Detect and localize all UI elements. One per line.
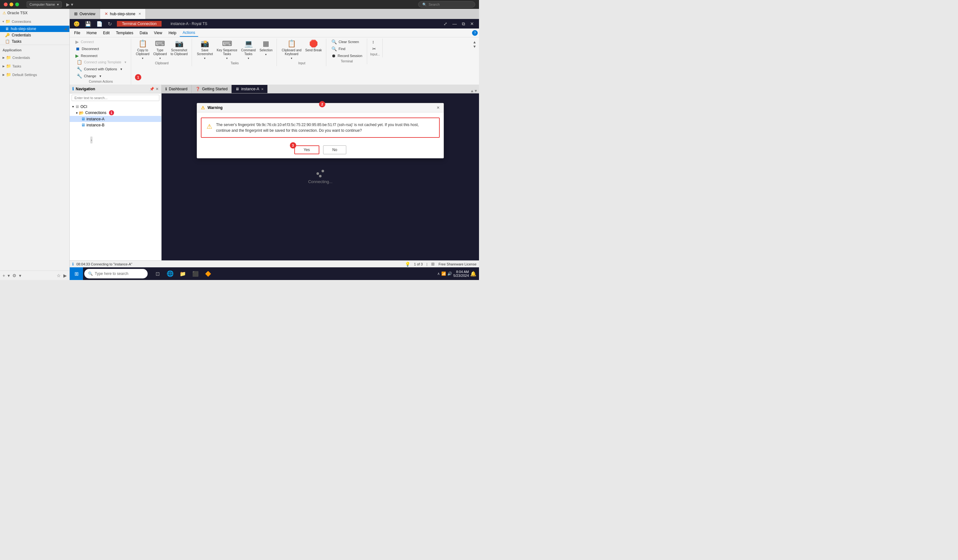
ribbon-more-scissors-btn[interactable]: ✂ bbox=[370, 46, 378, 52]
minimize-term-btn[interactable]: — bbox=[451, 21, 458, 27]
sidebar-item-credentials[interactable]: 🔑 Credentials bbox=[0, 32, 69, 38]
dropdown-icon: ▾ bbox=[142, 57, 144, 60]
tab-close-btn[interactable]: ✕ bbox=[138, 12, 141, 16]
sidebar-item-tasks[interactable]: 📋 Tasks bbox=[0, 38, 69, 44]
minimize-tl[interactable] bbox=[10, 3, 13, 6]
ribbon-find-btn[interactable]: 🔍 Find bbox=[330, 46, 364, 52]
ribbon-selection-btn[interactable]: ▦ Selection ▾ bbox=[258, 39, 274, 57]
restore-term-btn[interactable]: ⧉ bbox=[461, 21, 466, 27]
play-btn[interactable]: ▶ bbox=[66, 2, 70, 7]
nav-tree-instance-b[interactable]: 🖥 instance-B bbox=[70, 122, 161, 128]
dashboard-icon: ℹ bbox=[165, 87, 167, 91]
nav-tree-connections[interactable]: ▾ 📂 Connections 1 bbox=[70, 109, 161, 116]
menu-help[interactable]: Help bbox=[165, 29, 179, 36]
content-tab-instance-a[interactable]: 🖥 instance-A ✕ bbox=[232, 85, 268, 93]
taskbar-icon-edge[interactable]: 🌐 bbox=[164, 267, 176, 280]
ribbon-copy-clipboard-btn[interactable]: 📋 Copy to Clipboard ▾ bbox=[134, 39, 151, 61]
menu-edit[interactable]: Edit bbox=[100, 29, 113, 36]
down-btn[interactable]: ▾ bbox=[7, 273, 11, 279]
computer-name-select[interactable]: Computer Name ▾ bbox=[27, 1, 62, 8]
sidebar-item-hub-step-stone[interactable]: 🖥 hub-step-stone ◀ bbox=[0, 25, 69, 32]
add-btn[interactable]: + bbox=[2, 273, 6, 279]
nav-tree-oci[interactable]: ▾ 🖥 OCI bbox=[70, 103, 161, 109]
windows-btn[interactable]: ⊞ bbox=[70, 267, 83, 280]
menu-file[interactable]: File bbox=[71, 29, 83, 36]
nav-tree-instance-a[interactable]: 🖥 instance-A bbox=[70, 116, 161, 122]
sidebar-connections-group[interactable]: ▾ 📁 Connections bbox=[0, 17, 69, 25]
sidebar-default-settings[interactable]: ▶ 📁 Default Settings bbox=[3, 70, 67, 79]
ribbon-clear-screen-btn[interactable]: 🔍 Clear Screen bbox=[330, 39, 364, 45]
tab-overview[interactable]: ⊞ Overview bbox=[70, 9, 100, 19]
ribbon-send-break-btn[interactable]: 🛑 Send Break bbox=[304, 39, 324, 53]
collapse-down-icon[interactable]: ▼ bbox=[473, 44, 476, 49]
scissors-icon: ✂ bbox=[372, 46, 376, 51]
menu-home[interactable]: Home bbox=[83, 29, 100, 36]
menu-templates[interactable]: Templates bbox=[113, 29, 136, 36]
ribbon-more-arrows-btn[interactable]: ↕ bbox=[370, 39, 378, 45]
ribbon-key-sequence-btn[interactable]: ⌨ Key Sequence Tasks ▾ bbox=[215, 39, 239, 61]
expand-panel-btn[interactable]: › bbox=[90, 136, 92, 143]
ribbon-screenshot-btn[interactable]: 📷 Screenshot to Clipboard bbox=[169, 39, 189, 57]
warning-body-icon: ⚠ bbox=[206, 122, 212, 130]
taskbar-search[interactable]: 🔍 Type here to search bbox=[84, 269, 148, 278]
content-tab-dashboard[interactable]: ℹ Dashboard bbox=[162, 85, 192, 93]
ribbon-record-session-btn[interactable]: ⏺ Record Session bbox=[330, 52, 364, 59]
taskbar-icon-app[interactable]: 🔶 bbox=[202, 267, 214, 280]
help-btn[interactable]: ? bbox=[472, 30, 478, 36]
ribbon-type-clipboard-btn[interactable]: ⌨ Type Clipboard ▾ bbox=[152, 39, 168, 61]
tasks-title: Tasks bbox=[195, 61, 274, 65]
content-tab-getting-started[interactable]: ❓ Getting Started bbox=[192, 85, 232, 93]
menu-actions[interactable]: Actions bbox=[179, 29, 198, 37]
close-tl[interactable] bbox=[4, 3, 8, 6]
ribbon-terminal: 🔍 Clear Screen 🔍 Find ⏺ Record Session T… bbox=[327, 39, 367, 64]
star-btn[interactable]: ☆ bbox=[56, 273, 62, 279]
user-icon: 😊 bbox=[73, 21, 80, 27]
tab-scroll-down-icon[interactable]: ▼ bbox=[474, 89, 478, 93]
menu-view[interactable]: View bbox=[151, 29, 165, 36]
ribbon-disconnect-btn[interactable]: ⏹ Disconnect bbox=[73, 46, 101, 52]
wrench-icon: 🔧 bbox=[77, 67, 82, 71]
credentials-icon: 🔑 bbox=[5, 33, 10, 37]
menu-data[interactable]: Data bbox=[136, 29, 151, 36]
ribbon-reconnect-btn[interactable]: ▶ Reconnect bbox=[73, 52, 101, 59]
down-arrow-btn[interactable]: ▾ bbox=[71, 2, 73, 7]
warning-yes-btn[interactable]: Yes bbox=[294, 145, 320, 154]
tab-hub-step-stone[interactable]: ✕ hub-step-stone ✕ bbox=[100, 9, 146, 19]
maximize-tl[interactable] bbox=[15, 3, 19, 6]
ribbon-command-tasks-btn[interactable]: 💻 Command Tasks ▾ bbox=[240, 39, 257, 61]
maximize-term-btn[interactable]: ⤢ bbox=[442, 21, 449, 27]
nav-search-input[interactable] bbox=[71, 95, 159, 101]
warning-no-btn[interactable]: No bbox=[323, 145, 346, 154]
ribbon-connect-options-btn[interactable]: 🔧 Connect with Options ▾ bbox=[75, 66, 128, 72]
settings-bottom-btn[interactable]: ⚙ bbox=[12, 273, 17, 279]
terminal-header: 😊 💾 📄 ↻ Terminal Connection instance-A -… bbox=[70, 19, 479, 29]
up-arrow-taskbar[interactable]: ∧ bbox=[437, 271, 440, 276]
ribbon-terminal-actions: 🔍 Clear Screen 🔍 Find ⏺ Record Session bbox=[330, 39, 364, 59]
sidebar-app-tasks[interactable]: ▶ 📁 Tasks bbox=[3, 62, 67, 70]
taskbar-icon-terminal[interactable]: ⬛ bbox=[189, 267, 201, 280]
close-nav-btn[interactable]: ✕ bbox=[155, 87, 159, 91]
ribbon-save-screenshot-btn[interactable]: 📸 Save Screenshot ▾ bbox=[195, 39, 214, 61]
warning-close-btn[interactable]: ✕ bbox=[436, 105, 440, 110]
search-bar[interactable]: 🔍 Search bbox=[418, 1, 475, 8]
ribbon-change-btn[interactable]: 🔧 Change ▾ bbox=[75, 73, 128, 79]
pin-icon[interactable]: 📌 bbox=[149, 87, 154, 91]
play2-btn[interactable]: ▶ bbox=[63, 273, 68, 279]
content-tab-close-btn[interactable]: ✕ bbox=[261, 87, 263, 91]
taskbar-search-icon: 🔍 bbox=[88, 271, 93, 276]
sidebar-oracle-tsx[interactable]: ⚠ Oracle TSX bbox=[0, 9, 69, 17]
tab-scroll-up-icon[interactable]: ▲ bbox=[470, 89, 474, 93]
collapse-btn[interactable]: ◀ bbox=[64, 27, 67, 31]
close-term-btn[interactable]: ✕ bbox=[469, 21, 475, 27]
find-icon: 🔍 bbox=[331, 46, 337, 51]
notification-btn[interactable]: 🔔 bbox=[470, 271, 476, 277]
taskbar-icon-explorer[interactable]: 📁 bbox=[177, 267, 189, 280]
collapse-up-icon[interactable]: ▲ bbox=[473, 40, 476, 44]
taskbar-icon-multitask[interactable]: ⊡ bbox=[151, 267, 163, 280]
dropdown-icon-3: ▾ bbox=[204, 57, 206, 60]
sidebar-app-credentials[interactable]: ▶ 📁 Credentials bbox=[3, 53, 67, 62]
ribbon-connect-btn[interactable]: ▶ Connect bbox=[73, 39, 101, 45]
ribbon-clipboard-keyboard-btn[interactable]: 📋 Clipboard and Keyboard ▾ bbox=[280, 39, 303, 61]
ribbon-connect-template-btn[interactable]: 📋 Connect using Template ▾ bbox=[75, 59, 128, 65]
down2-btn[interactable]: ▾ bbox=[18, 273, 22, 279]
